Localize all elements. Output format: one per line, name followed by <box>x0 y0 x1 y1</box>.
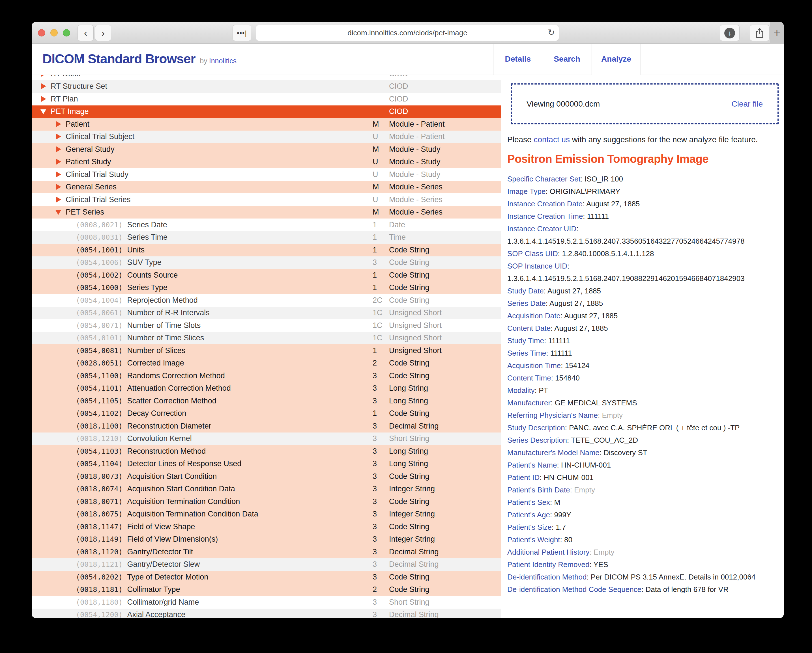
tree-row[interactable]: (0054,1102) Decay Correction 1 Code Stri… <box>32 407 501 420</box>
byline-brand-link[interactable]: Innolitics <box>209 57 237 65</box>
close-window-button[interactable] <box>38 29 45 37</box>
tree-row[interactable]: (0008,0021) Series Date 1 Date <box>32 219 501 231</box>
expand-triangle-icon[interactable] <box>40 75 46 77</box>
tree-row[interactable]: (0018,1210) Convolution Kernel 3 Short S… <box>32 432 501 445</box>
expand-triangle-icon[interactable] <box>40 108 46 114</box>
tree-row[interactable]: (0054,1101) Attenuation Correction Metho… <box>32 382 501 395</box>
url-bar[interactable]: dicom.innolitics.com/ciods/pet-image ↻ <box>256 25 559 41</box>
tree-row[interactable]: (0018,1149) Field of View Dimension(s) 3… <box>32 533 501 546</box>
nav-tab[interactable]: Details <box>493 44 542 75</box>
row-usage: M <box>372 208 389 216</box>
row-usage: 3 <box>372 535 389 543</box>
tree-row[interactable]: PET Image CIOD <box>32 105 501 118</box>
tree-row[interactable]: RT Dose CIOD <box>32 75 501 80</box>
contact-us-link[interactable]: contact us <box>534 135 570 144</box>
expand-triangle-icon[interactable] <box>40 96 46 102</box>
tree-row[interactable]: (0018,1181) Collimator Type 2 Code Strin… <box>32 583 501 596</box>
tree-row[interactable]: General Series M Module - Series <box>32 181 501 193</box>
reload-icon[interactable]: ↻ <box>548 27 555 37</box>
tree-row[interactable]: (0018,0075) Acquisition Termination Cond… <box>32 508 501 521</box>
nav-tab[interactable]: Search <box>542 44 592 75</box>
tree-row[interactable]: Patient Study U Module - Study <box>32 156 501 169</box>
tree-row[interactable]: (0054,1104) Detector Lines of Response U… <box>32 458 501 470</box>
clear-file-link[interactable]: Clear file <box>732 99 763 108</box>
tree-row[interactable]: (0054,1103) Reconstruction Method 3 Long… <box>32 445 501 458</box>
row-usage: U <box>372 170 389 179</box>
zoom-window-button[interactable] <box>63 29 70 37</box>
forward-button[interactable]: › <box>95 25 111 41</box>
tab-overview-button[interactable]: •••| <box>233 25 251 41</box>
back-button[interactable]: ‹ <box>78 25 94 41</box>
tree-row[interactable]: (0054,0101) Number of Time Slices 1C Uns… <box>32 332 501 345</box>
expand-triangle-icon[interactable] <box>55 121 61 127</box>
attribute-separator: : <box>545 187 549 196</box>
row-type: Unsigned Short <box>389 308 501 317</box>
attribute-separator: : <box>535 386 539 395</box>
attribute-tag: (0008,0031) <box>76 233 123 241</box>
tree-row[interactable]: (0018,1120) Gantry/Detector Tilt 3 Decim… <box>32 546 501 558</box>
row-usage: 3 <box>372 522 389 531</box>
attribute-entries: Specific Character Set: ISO_IR 100 Image… <box>507 173 773 596</box>
tree-row[interactable]: (0054,0202) Type of Detector Motion 3 Co… <box>32 571 501 583</box>
tree-row[interactable]: (0054,1200) Axial Acceptance 3 Decimal S… <box>32 609 501 618</box>
tree-row[interactable]: (0028,0051) Corrected Image 2 Code Strin… <box>32 357 501 370</box>
new-tab-button[interactable]: + <box>770 22 784 44</box>
tree-row[interactable]: (0054,0071) Number of Time Slots 1C Unsi… <box>32 319 501 332</box>
expand-triangle-icon[interactable] <box>55 159 61 165</box>
expand-triangle-icon[interactable] <box>55 209 61 215</box>
tree-row[interactable]: (0018,1180) Collimator/grid Name 3 Short… <box>32 596 501 609</box>
tree-row[interactable]: (0018,0073) Acquisition Start Condition … <box>32 470 501 483</box>
expand-triangle-icon[interactable] <box>55 134 61 140</box>
dicom-attribute-entry: Modality: PT <box>507 384 773 397</box>
tree-row[interactable]: (0054,1001) Units 1 Code String <box>32 244 501 256</box>
tree-row[interactable]: Clinical Trial Study U Module - Study <box>32 168 501 181</box>
tree-row[interactable]: (0018,1100) Reconstruction Diameter 3 De… <box>32 420 501 432</box>
attribute-tag: (0018,1100) <box>76 422 123 430</box>
row-usage: 3 <box>372 573 389 581</box>
tree-row[interactable]: (0018,0071) Acquisition Termination Cond… <box>32 495 501 508</box>
attribute-value: August 27, 1885 <box>548 287 601 295</box>
tree-row[interactable]: (0054,0081) Number of Slices 1 Unsigned … <box>32 344 501 357</box>
tree-row[interactable]: (0054,1002) Counts Source 1 Code String <box>32 269 501 282</box>
tree-row[interactable]: (0018,0074) Acquisition Start Condition … <box>32 483 501 496</box>
tree-row[interactable]: (0054,1006) SUV Type 3 Code String <box>32 256 501 269</box>
row-type: Code String <box>389 283 501 292</box>
attribute-separator: : <box>550 510 554 519</box>
row-name: Acquisition Termination Condition <box>127 497 372 506</box>
tree-row[interactable]: PET Series M Module - Series <box>32 206 501 219</box>
tree-row[interactable]: (0008,0031) Series Time 1 Time <box>32 231 501 244</box>
row-name: Axial Acceptance <box>127 610 372 618</box>
attribute-label: Patient Identity Removed <box>507 560 590 569</box>
tree-row[interactable]: (0054,1000) Series Type 1 Code String <box>32 282 501 294</box>
expand-triangle-icon[interactable] <box>55 197 61 203</box>
share-button[interactable] <box>750 25 769 41</box>
tree-row[interactable]: General Study M Module - Study <box>32 143 501 156</box>
tree-row[interactable]: (0054,1004) Reprojection Method 2C Code … <box>32 294 501 307</box>
tree-row[interactable]: Clinical Trial Series U Module - Series <box>32 193 501 206</box>
tree-row[interactable]: (0054,1105) Scatter Correction Method 3 … <box>32 395 501 407</box>
tree-row[interactable]: (0054,0061) Number of R-R Intervals 1C U… <box>32 307 501 320</box>
tree-row[interactable]: RT Plan CIOD <box>32 93 501 105</box>
expand-triangle-icon[interactable] <box>55 184 61 190</box>
row-name: Decay Correction <box>127 409 372 418</box>
expand-triangle-icon[interactable] <box>40 84 46 89</box>
tree-row[interactable]: (0018,1121) Gantry/Detector Slew 3 Decim… <box>32 558 501 571</box>
dicom-attribute-entry: Patient's Sex: M <box>507 496 773 508</box>
ciod-heading: Positron Emission Tomography Image <box>507 153 784 165</box>
expand-triangle-icon[interactable] <box>55 172 61 178</box>
tree-row[interactable]: Clinical Trial Subject U Module - Patien… <box>32 131 501 143</box>
nav-tab[interactable]: Analyze <box>592 44 641 75</box>
row-name: Gantry/Detector Slew <box>127 560 372 569</box>
row-usage: 3 <box>372 371 389 380</box>
tree-row[interactable]: Patient M Module - Patient <box>32 118 501 131</box>
tree-row[interactable]: RT Structure Set CIOD <box>32 80 501 93</box>
dicom-attribute-entry: Instance Creation Date: August 27, 1885 <box>507 198 773 210</box>
row-name: RT Structure Set <box>50 82 372 91</box>
downloads-button[interactable]: ↓ <box>720 25 740 41</box>
row-name: Convolution Kernel <box>127 434 372 443</box>
minimize-window-button[interactable] <box>50 29 58 37</box>
expand-triangle-icon[interactable] <box>55 146 61 152</box>
tree-row[interactable]: (0054,1100) Randoms Correction Method 3 … <box>32 370 501 382</box>
tree-row[interactable]: (0018,1147) Field of View Shape 3 Code S… <box>32 521 501 533</box>
attribute-value: YES <box>593 560 608 569</box>
